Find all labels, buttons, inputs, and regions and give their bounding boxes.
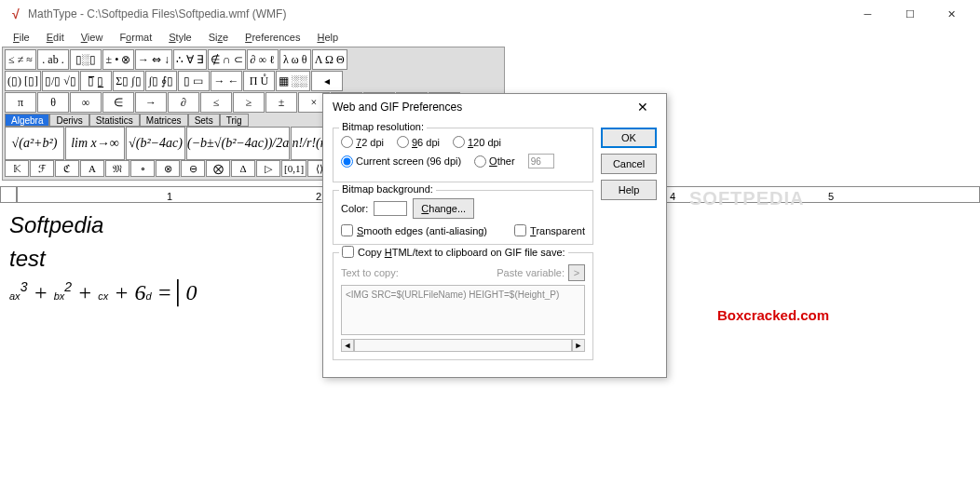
toolbar-cell[interactable]: ⊖ <box>181 160 205 177</box>
bitmap-background-group: Bitmap background: Color: Change... Smoo… <box>333 190 593 245</box>
bitmap-resolution-label: Bitmap resolution: <box>339 121 427 132</box>
toolbar-cell[interactable]: λ ω θ <box>279 49 311 70</box>
template-cell[interactable]: (−b±√(b²−4ac))/2a <box>186 127 290 160</box>
toolbar-cell[interactable]: ∘ <box>130 160 155 177</box>
transparent-checkbox[interactable]: Transparent <box>514 224 585 236</box>
toolbar-cell[interactable]: 𝕂 <box>5 160 29 177</box>
menu-file[interactable]: File <box>6 30 37 45</box>
ruler-toggle[interactable] <box>0 186 17 203</box>
toolbar-cell[interactable]: ▦ ░░ <box>276 71 310 91</box>
titlebar: √ MathType - C:\Softpedia Files\Softpedi… <box>0 0 980 28</box>
radio-72dpi[interactable]: 72 dpi <box>341 136 384 148</box>
toolbar-cell[interactable]: ⨂ <box>206 160 230 177</box>
close-button[interactable]: ✕ <box>931 1 973 27</box>
color-label: Color: <box>341 203 368 214</box>
template-cell[interactable]: √(b²−4ac) <box>126 127 185 160</box>
menu-preferences[interactable]: Preferences <box>238 30 307 45</box>
tab-sets[interactable]: Sets <box>188 114 220 127</box>
toolbar-cell[interactable]: ℭ <box>55 160 79 177</box>
menu-size[interactable]: Size <box>201 30 236 45</box>
minimize-button[interactable]: ─ <box>847 1 889 27</box>
menubar: File Edit View Format Style Size Prefere… <box>0 28 980 47</box>
paste-variable-label: Paste variable: <box>497 267 565 278</box>
toolbar-cell[interactable]: ≤ ≠ ≈ <box>5 49 36 70</box>
toolbar-cell[interactable]: ± <box>265 92 297 113</box>
softpedia-watermark: SOFTPEDIA <box>689 188 804 209</box>
copy-html-group: Copy HTML/text to clipboard on GIF file … <box>333 252 593 360</box>
dialog-title: Web and GIF Preferences <box>333 101 462 114</box>
toolbar-cell[interactable]: ▯ ▭ <box>178 71 210 91</box>
toolbar-cell[interactable]: ∂ <box>168 92 199 113</box>
change-color-button[interactable]: Change... <box>413 198 474 219</box>
toolbar-cell[interactable]: ∉ ∩ ⊂ <box>208 49 246 70</box>
scroll-track[interactable] <box>354 339 572 352</box>
toolbar-cell[interactable]: [0,1] <box>281 160 306 177</box>
html-text-textarea[interactable]: <IMG SRC=$(URLFileName) HEIGHT=$(Height_… <box>341 285 585 335</box>
menu-format[interactable]: Format <box>112 30 159 45</box>
paste-variable-button[interactable]: > <box>568 264 585 281</box>
toolbar-cell[interactable]: . ab . <box>37 49 69 70</box>
toolbar-cell[interactable]: A <box>80 160 104 177</box>
other-dpi-input[interactable] <box>528 154 554 168</box>
toolbar-cell[interactable]: → ⇔ ↓ <box>135 49 172 70</box>
radio-other[interactable]: Other <box>474 155 515 168</box>
radio-current-screen[interactable]: Current screen (96 dpi) <box>341 155 461 168</box>
toolbar-cell[interactable]: Σ▯ ∫▯ <box>113 71 144 91</box>
tab-trig[interactable]: Trig <box>220 114 249 127</box>
dialog-close-button[interactable]: ✕ <box>629 96 657 118</box>
help-button[interactable]: Help <box>601 180 657 200</box>
toolbar-cell[interactable]: ▷ <box>256 160 280 177</box>
toolbar-cell[interactable]: ∂ ∞ ℓ <box>247 49 279 70</box>
bitmap-background-label: Bitmap background: <box>339 183 436 195</box>
toolbar-cell[interactable]: ⊗ <box>156 160 180 177</box>
toolbar-cell[interactable]: ∈ <box>102 92 134 113</box>
tab-matrices[interactable]: Matrices <box>140 114 188 127</box>
toolbar-cell[interactable]: Λ Ω Θ <box>312 49 347 70</box>
toolbar-cell[interactable]: 𝔐 <box>105 160 129 177</box>
toolbar-cell[interactable]: ▯/▯ √▯ <box>42 71 79 91</box>
app-icon: √ <box>7 7 22 21</box>
toolbar-cell[interactable]: ∴ ∀ ∃ <box>173 49 207 70</box>
menu-help[interactable]: Help <box>309 30 346 45</box>
cancel-button[interactable]: Cancel <box>601 154 657 174</box>
tab-statistics[interactable]: Statistics <box>89 114 140 127</box>
toolbar-cell[interactable]: → ← <box>211 71 242 91</box>
text-to-copy-label: Text to copy: <box>341 267 399 278</box>
toolbar-cell[interactable]: ± • ⊗ <box>102 49 134 70</box>
toolbar-cell[interactable]: (▯) [▯] <box>5 71 41 91</box>
copy-html-checkbox[interactable]: Copy HTML/text to clipboard on GIF file … <box>339 246 568 258</box>
radio-120dpi[interactable]: 120 dpi <box>453 136 501 148</box>
color-swatch <box>374 201 407 216</box>
toolbar-cell[interactable]: ∫▯ ∮▯ <box>145 71 177 91</box>
smooth-edges-checkbox[interactable]: Smooth edges (anti-aliasing) <box>341 224 487 236</box>
scroll-right[interactable]: ► <box>572 339 585 352</box>
toolbar-cell[interactable]: ∞ <box>70 92 102 113</box>
toolbar-cell[interactable]: θ <box>37 92 69 113</box>
toolbar-cell[interactable]: π <box>5 92 36 113</box>
boxcracked-watermark: Boxcracked.com <box>717 307 829 323</box>
scroll-left[interactable]: ◄ <box>341 339 354 352</box>
ok-button[interactable]: OK <box>601 128 657 148</box>
toolbar-cell[interactable]: ▯░▯ <box>70 49 102 70</box>
menu-view[interactable]: View <box>74 30 111 45</box>
toolbar-cell[interactable]: Π Ů <box>243 71 275 91</box>
tab-derivs[interactable]: Derivs <box>49 114 88 127</box>
menu-style[interactable]: Style <box>161 30 198 45</box>
toolbar-cell[interactable]: ≥ <box>233 92 265 113</box>
web-gif-preferences-dialog: Web and GIF Preferences ✕ Bitmap resolut… <box>322 93 667 378</box>
template-cell[interactable]: lim x→∞ <box>65 127 125 160</box>
toolbar-cell[interactable]: ▯̅ ▯̲ <box>80 71 112 91</box>
maximize-button[interactable]: ☐ <box>889 1 931 27</box>
template-cell[interactable]: √(a²+b²) <box>5 127 64 160</box>
toolbar-cell[interactable]: Δ <box>231 160 255 177</box>
toolbar-cell[interactable]: ℱ <box>30 160 54 177</box>
toolbar-cell[interactable]: → <box>135 92 167 113</box>
radio-96dpi[interactable]: 96 dpi <box>397 136 440 148</box>
menu-edit[interactable]: Edit <box>39 30 72 45</box>
bitmap-resolution-group: Bitmap resolution: 72 dpi 96 dpi 120 dpi… <box>333 128 593 182</box>
toolbar-cell[interactable]: ◂ <box>311 71 343 91</box>
toolbar-cell[interactable]: ≤ <box>200 92 232 113</box>
tab-algebra[interactable]: Algebra <box>5 114 49 127</box>
window-title: MathType - C:\Softpedia Files\Softpedia.… <box>28 7 286 20</box>
